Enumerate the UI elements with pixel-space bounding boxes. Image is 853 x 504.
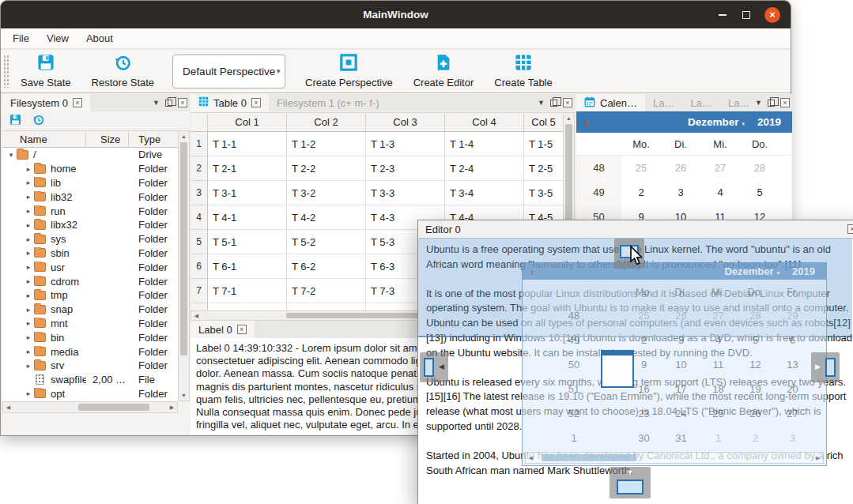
- table-header[interactable]: Col 1Col 2Col 3Col 4Col 5: [191, 112, 563, 132]
- calendar-day[interactable]: 6: [779, 180, 792, 205]
- table-cell[interactable]: T 8-2: [287, 303, 366, 310]
- panel-menu-button[interactable]: ▼: [153, 99, 160, 107]
- restore-icon-button[interactable]: [32, 114, 44, 129]
- editor-titlebar[interactable]: Editor 0 ×: [418, 220, 853, 239]
- tree-row[interactable]: ▸lib32Folder: [2, 190, 178, 204]
- tree-row[interactable]: ▸snapFolder: [2, 303, 178, 317]
- expander-icon[interactable]: ▸: [23, 333, 34, 341]
- calendar-day[interactable]: 26: [661, 156, 700, 180]
- table-cell[interactable]: T 6-1: [208, 254, 287, 279]
- expander-icon[interactable]: ▸: [23, 348, 34, 355]
- row-number[interactable]: 3: [191, 181, 208, 205]
- tree-row[interactable]: ▸libx32Folder: [2, 218, 178, 232]
- table-cell[interactable]: T 7-2: [287, 279, 366, 303]
- toolbar-drag-handle[interactable]: [3, 55, 10, 88]
- tree-row[interactable]: ▸srvFolder: [2, 359, 178, 373]
- tree-row[interactable]: ▸usrFolder: [2, 260, 178, 274]
- row-number[interactable]: 6: [191, 254, 208, 279]
- dock-indicator-right[interactable]: ▶: [811, 352, 840, 382]
- column-size[interactable]: Size: [86, 131, 129, 147]
- tab-close-icon[interactable]: ×: [73, 98, 82, 107]
- perspective-dropdown[interactable]: Default Perspective ▼: [172, 55, 285, 88]
- save-icon-button[interactable]: [9, 114, 21, 129]
- expander-icon[interactable]: ▸: [23, 277, 34, 285]
- tree-row[interactable]: ▸sbinFolder: [2, 246, 178, 261]
- calendar-day[interactable]: 2: [621, 180, 661, 205]
- table-cell[interactable]: T 2-3: [366, 156, 445, 181]
- tab-table-0[interactable]: Table 0×: [191, 94, 269, 111]
- row-number[interactable]: 4: [191, 205, 208, 230]
- tree-row[interactable]: ▸runFolder: [2, 204, 178, 218]
- table-cell[interactable]: T 3-4: [445, 181, 524, 205]
- table-cell[interactable]: T 4-1: [208, 205, 287, 230]
- row-number[interactable]: 8: [191, 303, 208, 310]
- scroll-down-icon[interactable]: ▼: [179, 390, 189, 401]
- calendar-day[interactable]: 3: [661, 180, 700, 205]
- table-cell[interactable]: T 1-4: [445, 132, 524, 156]
- row-number[interactable]: 2: [191, 156, 208, 181]
- tab-close-icon[interactable]: ×: [251, 98, 261, 107]
- table-cell[interactable]: T 2-1: [208, 156, 287, 181]
- expander-icon[interactable]: ▸: [23, 263, 34, 271]
- tab-close-icon[interactable]: ×: [237, 325, 247, 334]
- calendar-day[interactable]: 29: [779, 156, 792, 180]
- tab-calendar-0[interactable]: Calen…: [576, 94, 645, 111]
- expander-icon[interactable]: ▸: [23, 165, 34, 173]
- calendar-month[interactable]: Dezember: [688, 116, 739, 128]
- table-cell[interactable]: T 2-5: [524, 156, 563, 181]
- table-cell[interactable]: T 1-2: [287, 132, 366, 156]
- expander-icon[interactable]: ▸: [23, 362, 34, 370]
- table-cell[interactable]: T 4-2: [287, 205, 366, 230]
- table-cell[interactable]: T 2-2: [287, 156, 366, 181]
- calendar-day[interactable]: 28: [740, 156, 779, 180]
- expander-icon[interactable]: ▸: [23, 179, 34, 186]
- scroll-thumb[interactable]: [78, 404, 149, 411]
- minimize-button[interactable]: [715, 7, 730, 23]
- column-type[interactable]: Type: [129, 131, 178, 147]
- tree-row[interactable]: ▸homeFolder: [2, 162, 178, 176]
- expander-icon[interactable]: ▸: [23, 235, 34, 243]
- table-cell[interactable]: T 3-1: [208, 181, 287, 205]
- tree-row[interactable]: ▸mntFolder: [2, 317, 178, 331]
- scroll-up-icon[interactable]: ▲: [179, 131, 189, 141]
- expander-icon[interactable]: ▸: [23, 249, 34, 257]
- panel-float-button[interactable]: [550, 100, 557, 107]
- table-cell[interactable]: T 3-2: [287, 181, 366, 205]
- expander-icon[interactable]: ▸: [23, 306, 34, 314]
- tab-calendar-1[interactable]: La…: [645, 94, 682, 111]
- tree-row[interactable]: ▸tmpFolder: [2, 288, 178, 303]
- save-state-button[interactable]: Save State: [10, 51, 81, 92]
- column-header[interactable]: Col 3: [366, 113, 445, 131]
- create-table-button[interactable]: Create Table: [484, 51, 562, 92]
- expander-icon[interactable]: ▸: [23, 291, 34, 299]
- table-cell[interactable]: T 7-1: [208, 279, 287, 303]
- calendar-year[interactable]: 2019: [757, 116, 781, 128]
- panel-menu-button[interactable]: ▼: [755, 99, 762, 107]
- table-cell[interactable]: T 3-3: [366, 181, 445, 205]
- menu-view[interactable]: View: [38, 32, 77, 44]
- table-cell[interactable]: T 3-5: [524, 181, 563, 205]
- table-cell[interactable]: T 5-2: [287, 230, 366, 254]
- table-cell[interactable]: T 1-1: [208, 132, 287, 156]
- expander-icon[interactable]: ▸: [23, 389, 34, 397]
- create-perspective-button[interactable]: Create Perspective: [295, 51, 403, 92]
- tab-filesystem-0[interactable]: Filesystem 0 ×: [2, 94, 90, 111]
- expander-icon[interactable]: ▸: [23, 193, 34, 201]
- dock-indicator-center[interactable]: [601, 350, 634, 388]
- tree-row[interactable]: ▸cdromFolder: [2, 274, 178, 288]
- scroll-right-icon[interactable]: ▶: [167, 402, 177, 412]
- restore-state-button[interactable]: Restore State: [81, 51, 165, 92]
- tree-row[interactable]: ▸optFolder: [2, 387, 178, 401]
- calendar-day[interactable]: 4: [700, 180, 740, 205]
- scroll-left-icon[interactable]: ◀: [191, 311, 202, 320]
- column-header[interactable]: Col 5: [524, 113, 563, 131]
- table-cell[interactable]: T 1-5: [524, 132, 563, 156]
- row-number[interactable]: 5: [191, 230, 208, 254]
- column-name[interactable]: Name: [2, 131, 86, 147]
- column-header[interactable]: Col 2: [287, 113, 366, 131]
- calendar-day[interactable]: 25: [621, 156, 661, 180]
- table-cell[interactable]: T 8-1: [208, 303, 287, 310]
- tree-row[interactable]: ▸libFolder: [2, 176, 178, 190]
- table-cell[interactable]: T 5-1: [208, 230, 287, 254]
- calendar-day[interactable]: 27: [700, 156, 740, 180]
